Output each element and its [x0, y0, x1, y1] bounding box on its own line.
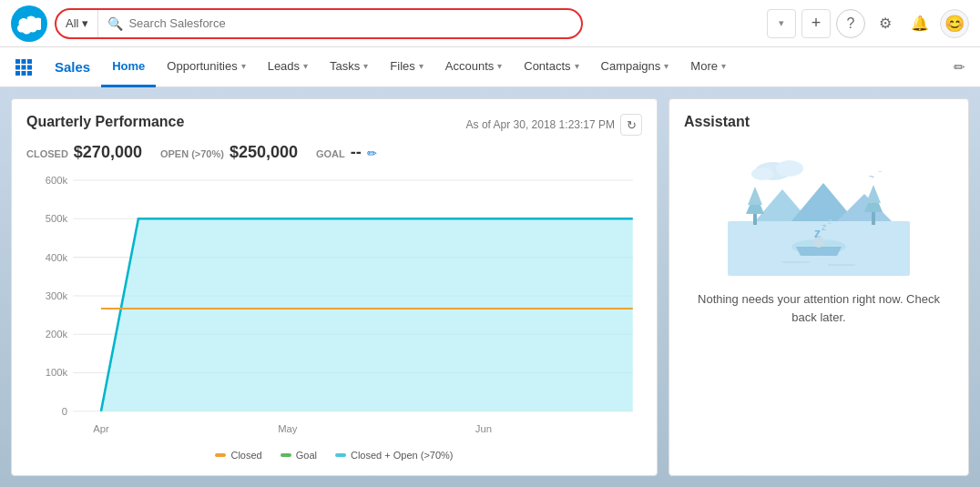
refresh-button[interactable]: ↻ — [620, 114, 642, 136]
header-dropdown-btn[interactable]: ▾ — [767, 9, 796, 38]
notifications-button[interactable]: 🔔 — [905, 9, 934, 38]
chart-date-area: As of Apr 30, 2018 1:23:17 PM ↻ — [466, 114, 642, 136]
assistant-illustration: z z z ~ ~ — [728, 148, 910, 276]
chevron-down-icon: ▾ — [575, 61, 579, 71]
svg-marker-26 — [101, 218, 633, 411]
goal-value: -- — [351, 143, 362, 162]
search-scope-label: All — [66, 16, 78, 30]
open-stat: OPEN (>70%) $250,000 — [160, 143, 298, 162]
chart-panel: Quarterly Performance As of Apr 30, 2018… — [11, 98, 658, 476]
svg-text:500k: 500k — [46, 213, 68, 224]
svg-rect-38 — [872, 210, 875, 225]
nav-item-more[interactable]: More ▾ — [679, 47, 737, 87]
svg-text:~: ~ — [878, 167, 883, 176]
svg-point-33 — [776, 160, 803, 177]
svg-text:Apr: Apr — [93, 423, 109, 434]
chevron-down-icon: ▾ — [303, 61, 308, 71]
nav-item-opportunities[interactable]: Opportunities ▾ — [156, 47, 256, 87]
svg-rect-0 — [15, 59, 20, 64]
chevron-down-icon: ▾ — [363, 61, 368, 71]
svg-text:~: ~ — [869, 172, 874, 182]
header: All ▾ 🔍 ▾ + ? ⚙ 🔔 😊 — [0, 0, 980, 47]
svg-text:Jun: Jun — [475, 423, 492, 434]
nav-item-accounts[interactable]: Accounts ▾ — [434, 47, 513, 87]
help-button[interactable]: ? — [836, 9, 865, 38]
apps-grid-icon[interactable] — [7, 51, 40, 84]
nav-bar: Sales Home Opportunities ▾ Leads ▾ Tasks… — [0, 47, 980, 87]
chevron-down-icon: ▾ — [721, 61, 726, 71]
closed-stat: CLOSED $270,000 — [26, 143, 142, 162]
chart-container: 600k 500k 400k 300k 200k 100k 0 Apr May … — [26, 171, 642, 446]
goal-label: GOAL — [316, 148, 345, 159]
assistant-panel: Assistant z z — [669, 98, 969, 476]
svg-text:0: 0 — [62, 406, 67, 417]
svg-text:z: z — [828, 217, 832, 226]
legend-label-closed: Closed — [230, 450, 261, 461]
chart-header: Quarterly Performance As of Apr 30, 2018… — [26, 114, 642, 136]
settings-button[interactable]: ⚙ — [871, 9, 900, 38]
legend-closed-open: Closed + Open (>70%) — [335, 450, 454, 461]
assistant-message: Nothing needs your attention right now. … — [684, 290, 954, 326]
legend-label-goal: Goal — [296, 450, 317, 461]
nav-edit-icon[interactable]: ✏ — [946, 59, 973, 76]
svg-rect-7 — [22, 71, 26, 76]
search-scope-dropdown[interactable]: All ▾ — [56, 10, 98, 37]
chevron-down-icon: ▾ — [241, 61, 246, 71]
legend-dot-closed — [215, 453, 226, 457]
search-input-area: 🔍 — [98, 16, 581, 31]
svg-rect-35 — [753, 212, 757, 225]
add-button[interactable]: + — [801, 9, 831, 38]
chevron-down-icon: ▾ — [664, 61, 669, 71]
svg-rect-6 — [15, 71, 20, 76]
user-avatar[interactable]: 😊 — [940, 9, 969, 38]
chevron-down-icon: ▾ — [419, 61, 424, 71]
svg-rect-4 — [22, 65, 26, 69]
goal-stat: GOAL -- ✏ — [316, 143, 377, 162]
chart-title: Quarterly Performance — [26, 114, 184, 130]
search-bar[interactable]: All ▾ 🔍 — [55, 8, 583, 39]
svg-text:200k: 200k — [46, 329, 68, 340]
legend-closed: Closed — [215, 450, 261, 461]
svg-rect-3 — [15, 65, 20, 69]
search-scope-chevron: ▾ — [82, 16, 88, 30]
nav-item-files[interactable]: Files ▾ — [379, 47, 434, 87]
performance-chart: 600k 500k 400k 300k 200k 100k 0 Apr May … — [26, 171, 642, 446]
svg-text:z: z — [822, 221, 827, 232]
closed-value: $270,000 — [74, 143, 142, 162]
goal-edit-icon[interactable]: ✏ — [367, 147, 377, 160]
svg-text:May: May — [278, 423, 298, 434]
svg-rect-1 — [22, 59, 26, 64]
svg-text:400k: 400k — [46, 252, 68, 263]
nav-item-contacts[interactable]: Contacts ▾ — [513, 47, 589, 87]
nav-brand[interactable]: Sales — [44, 47, 101, 87]
header-right-icons: ▾ + ? ⚙ 🔔 😊 — [767, 9, 969, 38]
closed-label: CLOSED — [26, 148, 68, 159]
search-input[interactable] — [128, 16, 572, 30]
svg-marker-31 — [837, 194, 892, 221]
svg-text:100k: 100k — [46, 368, 68, 379]
salesforce-logo[interactable] — [11, 5, 47, 42]
chart-date-label: As of Apr 30, 2018 1:23:17 PM — [466, 118, 615, 131]
main-content: Quarterly Performance As of Apr 30, 2018… — [0, 87, 980, 487]
search-icon: 🔍 — [107, 16, 123, 31]
svg-point-48 — [813, 237, 824, 248]
svg-rect-2 — [27, 59, 32, 64]
svg-marker-40 — [866, 185, 881, 203]
nav-item-home[interactable]: Home — [101, 47, 156, 87]
open-value: $250,000 — [230, 143, 298, 162]
assistant-title: Assistant — [684, 114, 750, 130]
nav-item-campaigns[interactable]: Campaigns ▾ — [590, 47, 680, 87]
legend-dot-closed-open — [335, 453, 346, 457]
nav-item-tasks[interactable]: Tasks ▾ — [319, 47, 379, 87]
chart-legend: Closed Goal Closed + Open (>70%) — [26, 450, 642, 461]
svg-marker-37 — [748, 187, 762, 205]
svg-marker-42 — [796, 247, 842, 256]
legend-label-closed-open: Closed + Open (>70%) — [351, 450, 454, 461]
svg-rect-5 — [27, 65, 32, 69]
open-label: OPEN (>70%) — [160, 148, 224, 159]
nav-item-leads[interactable]: Leads ▾ — [257, 47, 319, 87]
svg-text:300k: 300k — [46, 290, 68, 301]
svg-rect-8 — [27, 71, 32, 76]
svg-text:600k: 600k — [46, 175, 68, 186]
legend-dot-goal — [281, 453, 291, 457]
